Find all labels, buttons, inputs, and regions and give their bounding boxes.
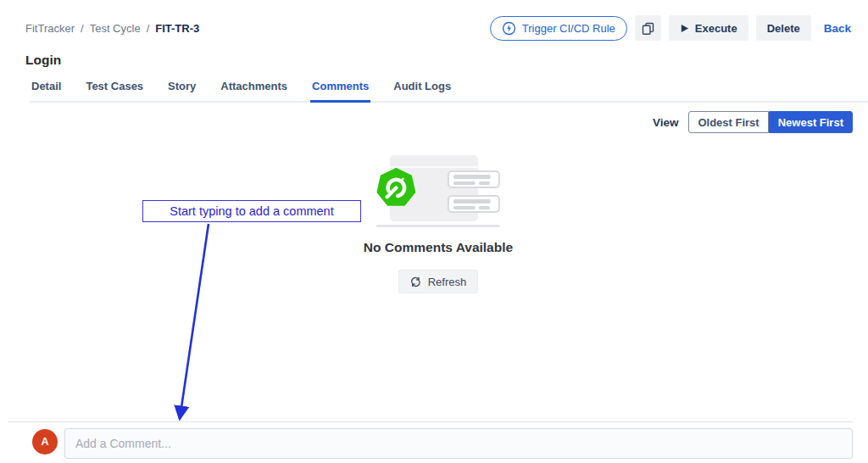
tab-comments[interactable]: Comments (310, 80, 370, 103)
oldest-first-button[interactable]: Oldest First (688, 111, 768, 133)
top-bar: FitTracker / Test Cycle / FIT-TR-3 Trigg… (0, 0, 868, 42)
back-link[interactable]: Back (824, 22, 851, 35)
tab-test-cases[interactable]: Test Cases (84, 80, 145, 103)
refresh-label: Refresh (428, 276, 467, 288)
annotation-text: Start typing to add a comment (170, 204, 333, 218)
trigger-cicd-label: Trigger CI/CD Rule (522, 22, 615, 35)
breadcrumb-separator: / (81, 22, 84, 35)
refresh-icon (410, 276, 421, 287)
tab-audit-logs[interactable]: Audit Logs (392, 80, 453, 103)
no-comments-illustration (376, 153, 500, 228)
breadcrumb-item-test-cycle[interactable]: Test Cycle (90, 22, 141, 35)
avatar-initial: A (41, 436, 48, 448)
tab-story[interactable]: Story (166, 80, 198, 103)
trigger-cicd-button[interactable]: Trigger CI/CD Rule (490, 16, 627, 41)
tab-attachments[interactable]: Attachments (219, 80, 289, 103)
newest-first-button[interactable]: Newest First (769, 111, 853, 133)
copy-icon (641, 21, 655, 36)
empty-state: No Comments Available Refresh (364, 153, 513, 293)
delete-button[interactable]: Delete (756, 15, 811, 41)
lightning-circle-icon (502, 21, 516, 36)
header-actions: Trigger CI/CD Rule Execute Delete Back (490, 15, 851, 41)
sort-order-toggle: Oldest First Newest First (688, 111, 853, 133)
fittracker-gauge-logo-icon (376, 168, 416, 208)
user-avatar: A (32, 429, 58, 455)
breadcrumb: FitTracker / Test Cycle / FIT-TR-3 (25, 22, 199, 35)
breadcrumb-item-current: FIT-TR-3 (155, 22, 199, 35)
breadcrumb-item-app[interactable]: FitTracker (25, 22, 75, 35)
comment-bar-divider (8, 421, 853, 422)
add-comment-input[interactable] (64, 428, 853, 459)
comment-chip-graphic (448, 170, 500, 188)
view-toggle-row: View Oldest First Newest First (0, 103, 868, 133)
breadcrumb-separator: / (147, 22, 150, 35)
no-comments-title: No Comments Available (364, 240, 513, 255)
tab-detail[interactable]: Detail (30, 80, 63, 103)
tab-bar: Detail Test Cases Story Attachments Comm… (30, 80, 868, 103)
refresh-button[interactable]: Refresh (398, 270, 479, 293)
view-label: View (653, 116, 679, 129)
delete-label: Delete (767, 22, 800, 35)
illustration-ground-line (376, 225, 500, 227)
execute-label: Execute (695, 22, 737, 35)
comment-chip-graphic (448, 195, 500, 213)
execute-button[interactable]: Execute (669, 15, 748, 41)
copy-button[interactable] (635, 15, 661, 41)
page-title: Login (25, 53, 868, 68)
play-icon (680, 24, 689, 33)
annotation-callout: Start typing to add a comment (142, 200, 361, 222)
